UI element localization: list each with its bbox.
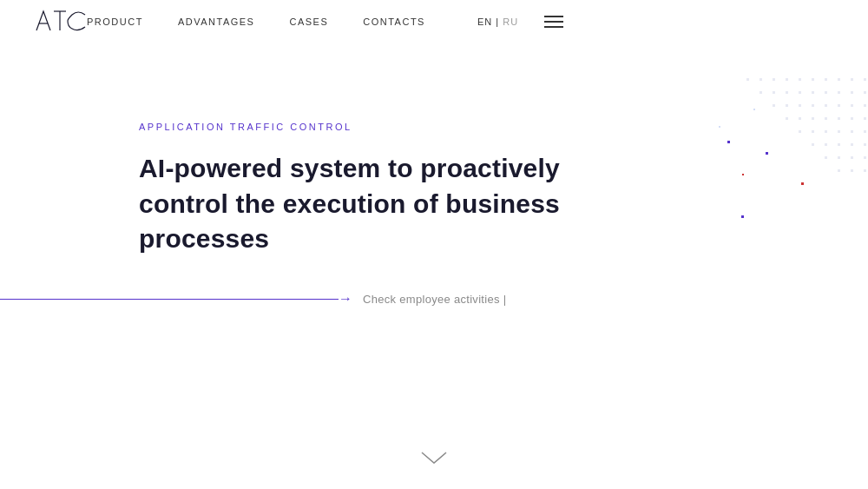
language-switcher[interactable]: EN | RU	[477, 17, 518, 27]
logo[interactable]	[35, 8, 87, 36]
svg-rect-8	[851, 78, 853, 81]
hamburger-line-3	[544, 26, 563, 28]
svg-rect-3	[786, 78, 788, 81]
svg-rect-48	[864, 156, 866, 159]
svg-rect-5	[812, 78, 814, 81]
svg-rect-40	[812, 143, 814, 146]
decorative-dots	[694, 69, 868, 243]
svg-rect-0	[746, 78, 749, 81]
svg-rect-2	[773, 78, 775, 81]
svg-rect-12	[786, 91, 788, 94]
svg-rect-51	[864, 169, 866, 172]
svg-rect-15	[825, 91, 827, 94]
svg-rect-45	[825, 156, 827, 159]
svg-rect-1	[760, 78, 762, 81]
svg-rect-35	[812, 130, 814, 133]
svg-rect-19	[773, 104, 775, 107]
svg-rect-17	[851, 91, 853, 94]
lang-en[interactable]: EN	[477, 17, 492, 27]
svg-rect-42	[838, 143, 840, 146]
svg-rect-9	[864, 78, 866, 81]
svg-rect-7	[838, 78, 840, 81]
hero-subtitle: APPLICATION TRAFFIC CONTROL	[139, 122, 573, 132]
svg-rect-52	[727, 141, 730, 143]
lang-separator: |	[492, 17, 503, 27]
cta-arrow-icon: →	[339, 291, 352, 307]
svg-rect-13	[799, 91, 801, 94]
svg-rect-25	[851, 104, 853, 107]
svg-rect-37	[838, 130, 840, 133]
svg-rect-33	[864, 117, 866, 120]
svg-rect-24	[838, 104, 840, 107]
svg-rect-56	[742, 174, 744, 175]
svg-rect-49	[838, 169, 840, 172]
svg-rect-27	[786, 117, 788, 120]
svg-rect-4	[799, 78, 801, 81]
nav-item-contacts[interactable]: CONTACTS	[363, 17, 425, 27]
svg-rect-32	[851, 117, 853, 120]
hamburger-line-2	[544, 21, 563, 23]
nav-item-product[interactable]: PRODUCT	[87, 17, 143, 27]
svg-rect-44	[864, 143, 866, 146]
svg-rect-10	[760, 91, 762, 94]
hero-section: APPLICATION TRAFFIC CONTROL AI-powered s…	[139, 122, 573, 257]
hamburger-line-1	[544, 16, 563, 17]
svg-rect-18	[864, 91, 866, 94]
chevron-down-icon	[420, 449, 448, 466]
svg-rect-20	[786, 104, 788, 107]
hero-headline: AI-powered system to proactively control…	[139, 151, 573, 257]
header: PRODUCT ADVANTAGES CASES CONTACTS EN | R…	[0, 0, 868, 43]
nav-item-advantages[interactable]: ADVANTAGES	[178, 17, 255, 27]
svg-rect-16	[838, 91, 840, 94]
svg-rect-47	[851, 156, 853, 159]
svg-rect-43	[851, 143, 853, 146]
cta-text[interactable]: Check employee activities |	[363, 293, 506, 306]
svg-rect-31	[838, 117, 840, 120]
hamburger-menu[interactable]	[544, 16, 563, 28]
svg-rect-36	[825, 130, 827, 133]
svg-rect-53	[766, 152, 768, 155]
chevron-down-container[interactable]	[420, 449, 448, 470]
svg-rect-55	[801, 182, 804, 185]
svg-rect-23	[825, 104, 827, 107]
svg-rect-58	[753, 109, 755, 110]
svg-rect-50	[851, 169, 853, 172]
svg-rect-6	[825, 78, 827, 81]
svg-rect-21	[799, 104, 801, 107]
svg-rect-11	[773, 91, 775, 94]
svg-rect-26	[864, 104, 866, 107]
main-nav: PRODUCT ADVANTAGES CASES CONTACTS	[87, 17, 425, 27]
nav-item-cases[interactable]: CASES	[289, 17, 328, 27]
cta-line[interactable]: → Check employee activities |	[0, 291, 506, 307]
svg-rect-54	[741, 215, 744, 218]
lang-ru[interactable]: RU	[503, 17, 518, 27]
svg-rect-14	[812, 91, 814, 94]
cta-rule-line	[0, 299, 339, 300]
svg-rect-29	[812, 117, 814, 120]
svg-rect-39	[864, 130, 866, 133]
svg-rect-46	[838, 156, 840, 159]
svg-rect-30	[825, 117, 827, 120]
svg-rect-41	[825, 143, 827, 146]
svg-rect-22	[812, 104, 814, 107]
svg-rect-34	[799, 130, 801, 133]
svg-rect-38	[851, 130, 853, 133]
svg-rect-57	[719, 126, 720, 128]
svg-rect-28	[799, 117, 801, 120]
